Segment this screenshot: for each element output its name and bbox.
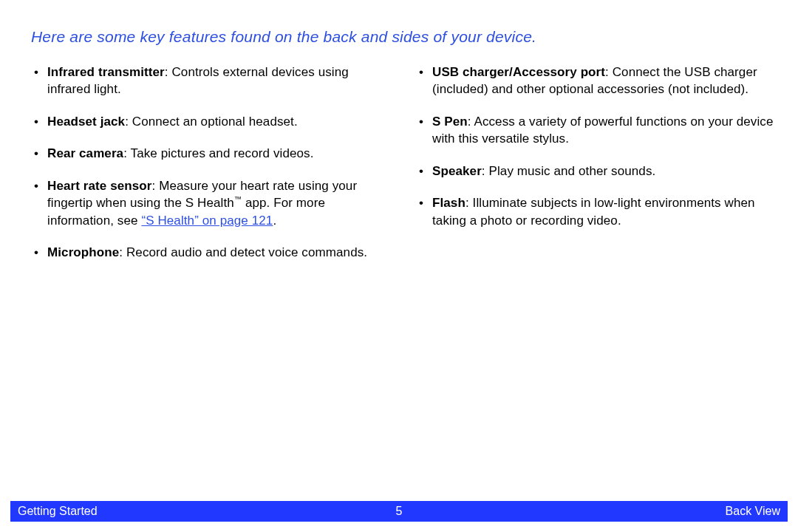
- trademark-symbol: ™: [234, 196, 242, 204]
- list-item: Infrared transmitter: Controls external …: [31, 64, 389, 98]
- feature-term: Microphone: [47, 245, 119, 259]
- list-item: Headset jack: Connect an optional headse…: [31, 113, 389, 130]
- footer-section-title: Getting Started: [18, 505, 396, 518]
- feature-list-right: USB charger/Accessory port: Connect the …: [416, 64, 774, 229]
- feature-term: Speaker: [432, 164, 482, 178]
- list-item: Flash: Illuminate subjects in low-light …: [416, 194, 774, 229]
- list-item: USB charger/Accessory port: Connect the …: [416, 64, 774, 98]
- feature-desc: : Illuminate subjects in low-light envir…: [432, 196, 755, 227]
- feature-term: Rear camera: [47, 146, 123, 160]
- right-column: USB charger/Accessory port: Connect the …: [416, 64, 774, 276]
- feature-desc: : Take pictures and record videos.: [123, 146, 313, 160]
- feature-desc: : Play music and other sounds.: [482, 164, 655, 178]
- feature-term: Headset jack: [47, 115, 125, 129]
- feature-desc: : Connect an optional headset.: [125, 115, 298, 129]
- feature-term: Infrared transmitter: [47, 65, 165, 79]
- feature-desc-post: .: [273, 214, 276, 228]
- content-columns: Infrared transmitter: Controls external …: [31, 64, 774, 276]
- list-item: Microphone: Record audio and detect voic…: [31, 244, 389, 261]
- feature-term: USB charger/Accessory port: [432, 65, 605, 79]
- footer-topic-title: Back View: [402, 505, 780, 518]
- feature-term: S Pen: [432, 115, 468, 129]
- list-item: Speaker: Play music and other sounds.: [416, 163, 774, 180]
- list-item: S Pen: Access a variety of powerful func…: [416, 113, 774, 148]
- feature-term: Flash: [432, 196, 466, 210]
- footer-page-number: 5: [396, 505, 403, 518]
- s-health-link[interactable]: “S Health” on page 121: [141, 214, 273, 228]
- list-item: Rear camera: Take pictures and record vi…: [31, 145, 389, 162]
- feature-term: Heart rate sensor: [47, 179, 152, 193]
- feature-desc: : Access a variety of powerful functions…: [432, 115, 773, 146]
- page: Here are some key features found on the …: [0, 0, 798, 532]
- left-column: Infrared transmitter: Controls external …: [31, 64, 389, 276]
- page-heading: Here are some key features found on the …: [31, 28, 767, 46]
- list-item: Heart rate sensor: Measure your heart ra…: [31, 177, 389, 229]
- feature-desc: : Record audio and detect voice commands…: [119, 245, 367, 259]
- feature-list-left: Infrared transmitter: Controls external …: [31, 64, 389, 262]
- page-footer: Getting Started 5 Back View: [10, 501, 788, 522]
